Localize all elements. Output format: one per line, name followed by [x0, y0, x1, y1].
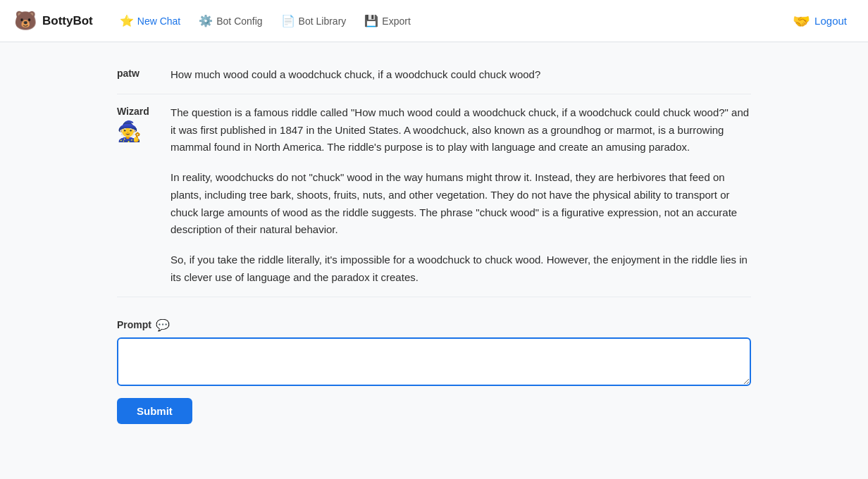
logout-label: Logout	[814, 15, 847, 27]
nav-export-label: Export	[382, 15, 410, 27]
export-icon: 💾	[364, 14, 378, 27]
bot-message-row: Wizard 🧙 The question is a famous riddle…	[117, 94, 751, 297]
gear-icon: ⚙️	[199, 14, 213, 27]
star-icon: ⭐	[120, 14, 134, 27]
bot-para-3: So, if you take the riddle literally, it…	[170, 251, 751, 287]
wizard-icon: 🧙	[117, 120, 159, 143]
user-message-text: How much wood could a woodchuck chuck, i…	[170, 66, 751, 84]
nav-bot-config[interactable]: ⚙️ Bot Config	[190, 10, 271, 32]
user-message-row: patw How much wood could a woodchuck chu…	[117, 56, 751, 94]
nav-bot-library[interactable]: 📄 Bot Library	[273, 10, 355, 32]
logout-button[interactable]: 🤝 Logout	[786, 8, 854, 34]
header: 🐻 BottyBot ⭐ New Chat ⚙️ Bot Config 📄 Bo…	[0, 0, 868, 42]
nav-bot-library-label: Bot Library	[299, 15, 347, 27]
prompt-icon: 💬	[156, 318, 170, 332]
nav-new-chat-label: New Chat	[137, 15, 180, 27]
prompt-area: Prompt 💬 Submit	[117, 318, 751, 424]
logo-text: BottyBot	[42, 14, 93, 28]
main-content: patw How much wood could a woodchuck chu…	[96, 42, 772, 445]
logo-area: 🐻 BottyBot	[14, 10, 93, 32]
bot-para-1: The question is a famous riddle called "…	[170, 104, 751, 156]
submit-button[interactable]: Submit	[117, 398, 192, 424]
prompt-input[interactable]	[117, 337, 751, 386]
nav-export[interactable]: 💾 Export	[356, 10, 418, 32]
prompt-label: Prompt 💬	[117, 318, 751, 332]
logout-icon: 🤝	[793, 13, 810, 30]
nav: ⭐ New Chat ⚙️ Bot Config 📄 Bot Library 💾…	[111, 10, 419, 32]
logo-icon: 🐻	[14, 10, 37, 32]
nav-bot-config-label: Bot Config	[216, 15, 262, 27]
bot-para-2: In reality, woodchucks do not "chuck" wo…	[170, 169, 751, 239]
bot-sender-label: Wizard 🧙	[117, 104, 159, 143]
user-sender-label: patw	[117, 66, 159, 79]
prompt-label-text: Prompt	[117, 319, 151, 330]
book-icon: 📄	[281, 14, 295, 27]
wizard-name: Wizard	[117, 106, 149, 117]
bot-message-text: The question is a famous riddle called "…	[170, 104, 751, 287]
nav-new-chat[interactable]: ⭐ New Chat	[111, 10, 189, 32]
